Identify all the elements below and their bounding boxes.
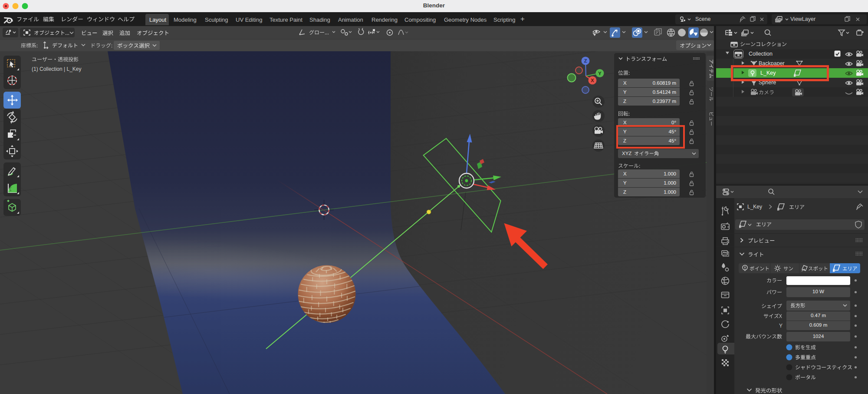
svg-text:X: X — [591, 78, 594, 83]
svg-text:Z: Z — [584, 58, 587, 63]
svg-text:Y: Y — [598, 71, 602, 76]
